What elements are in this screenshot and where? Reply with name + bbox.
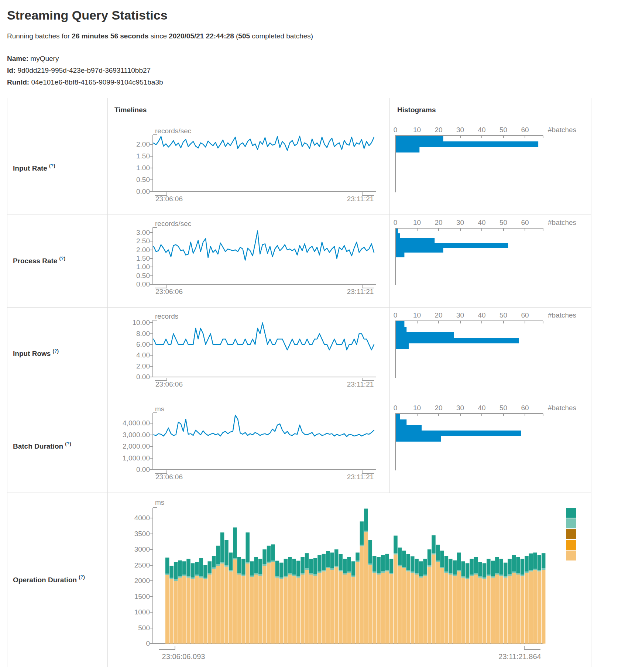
input-rate-timeline: records/sec2.001.501.000.500.0023:06:062… xyxy=(108,122,389,215)
svg-text:23:06:06: 23:06:06 xyxy=(155,380,183,388)
process-rate-histogram-chart: 0102030405060#batches xyxy=(390,215,591,307)
input-rows-timeline-chart: records10.008.006.004.002.000.0023:06:06… xyxy=(108,308,390,400)
svg-text:10: 10 xyxy=(413,404,421,412)
row-label: Input Rows xyxy=(13,350,51,358)
svg-text:23:11:21: 23:11:21 xyxy=(347,288,374,295)
help-tooltip-icon[interactable]: (?) xyxy=(52,348,59,354)
svg-text:#batches: #batches xyxy=(548,311,576,319)
svg-text:30: 30 xyxy=(456,126,464,134)
operation-duration-legend xyxy=(566,508,576,560)
svg-text:10.00: 10.00 xyxy=(132,319,150,326)
batch-duration-histogram: 0102030405060#batches xyxy=(390,400,590,493)
svg-text:2,000.00: 2,000.00 xyxy=(123,442,150,450)
svg-text:50: 50 xyxy=(499,404,507,412)
svg-text:23:06:06: 23:06:06 xyxy=(155,195,183,203)
help-tooltip-icon[interactable]: (?) xyxy=(65,441,71,446)
svg-text:50: 50 xyxy=(499,126,507,134)
process-rate-timeline: records/sec3.002.502.001.501.000.500.002… xyxy=(108,215,389,307)
svg-text:30: 30 xyxy=(456,219,464,226)
header-empty-cell xyxy=(7,98,108,122)
legend-swatch-3 xyxy=(566,529,576,539)
process-rate-timeline-chart: records/sec3.002.502.001.501.000.500.002… xyxy=(108,215,390,307)
histograms-column-header: Histograms xyxy=(390,98,591,122)
statistics-table: Timelines Histograms Input Rate (?) reco… xyxy=(7,98,591,667)
completed-batches-count: 505 xyxy=(238,32,250,40)
svg-text:0.00: 0.00 xyxy=(136,280,150,288)
query-id-value: 9d0dd219-995d-423e-b97d-36931110bb27 xyxy=(18,66,151,74)
table-row-input-rows: Input Rows (?) records10.008.006.004.002… xyxy=(7,307,591,400)
start-time: 2020/05/21 22:44:28 xyxy=(169,32,234,40)
svg-text:ms: ms xyxy=(155,498,164,506)
svg-text:20: 20 xyxy=(435,404,442,412)
query-runid-value: 04e101e6-8bf8-4165-9099-9104c951ba3b xyxy=(31,78,163,86)
input-rate-histogram-chart: 0102030405060#batches xyxy=(390,122,591,215)
svg-text:3000: 3000 xyxy=(134,545,150,553)
svg-text:6.00: 6.00 xyxy=(136,340,150,348)
row-label-cell: Operation Duration (?) xyxy=(7,493,108,667)
svg-text:10: 10 xyxy=(413,126,421,134)
table-row-process-rate: Process Rate (?) records/sec3.002.502.00… xyxy=(7,215,591,307)
help-tooltip-icon[interactable]: (?) xyxy=(59,256,65,261)
svg-text:0.00: 0.00 xyxy=(136,466,150,473)
input-rate-timeline-chart: records/sec2.001.501.000.500.0023:06:062… xyxy=(108,122,390,215)
row-label: Input Rate xyxy=(13,164,47,172)
input-rows-histogram-chart: 0102030405060#batches xyxy=(390,308,591,400)
svg-text:20: 20 xyxy=(435,219,442,226)
batch-duration-histogram-chart: 0102030405060#batches xyxy=(390,400,591,493)
help-tooltip-icon[interactable]: (?) xyxy=(49,163,55,168)
svg-text:40: 40 xyxy=(478,404,485,412)
svg-text:30: 30 xyxy=(456,311,464,319)
svg-text:1500: 1500 xyxy=(134,593,150,600)
input-rate-histogram: 0102030405060#batches xyxy=(390,122,590,215)
svg-text:#batches: #batches xyxy=(548,219,576,226)
svg-text:23:06:06: 23:06:06 xyxy=(155,288,183,295)
legend-swatch-4 xyxy=(566,540,576,550)
batch-duration-timeline: ms4,000.003,000.002,000.001,000.000.0023… xyxy=(108,400,389,493)
svg-text:0: 0 xyxy=(394,404,398,412)
svg-text:60: 60 xyxy=(521,126,529,134)
row-label: Operation Duration xyxy=(13,576,77,584)
svg-text:4000: 4000 xyxy=(134,514,150,522)
help-tooltip-icon[interactable]: (?) xyxy=(79,574,85,580)
svg-text:3.00: 3.00 xyxy=(136,229,150,236)
streaming-query-statistics-page: Streaming Query Statistics Running batch… xyxy=(0,0,625,667)
svg-text:23:11:21.864: 23:11:21.864 xyxy=(498,652,541,661)
svg-text:0.00: 0.00 xyxy=(136,188,150,195)
svg-text:3,000.00: 3,000.00 xyxy=(123,431,150,439)
svg-text:1000: 1000 xyxy=(134,608,150,616)
svg-text:10: 10 xyxy=(413,311,421,319)
query-name-value: myQuery xyxy=(30,55,59,62)
svg-text:records/sec: records/sec xyxy=(155,127,191,135)
svg-text:0.50: 0.50 xyxy=(136,176,150,184)
input-rows-histogram: 0102030405060#batches xyxy=(390,308,590,400)
svg-text:23:11:21: 23:11:21 xyxy=(347,195,374,203)
row-label: Batch Duration xyxy=(13,442,63,450)
svg-text:50: 50 xyxy=(499,311,507,319)
svg-text:23:06:06: 23:06:06 xyxy=(155,473,183,481)
table-row-operation-duration: Operation Duration (?) ms400035003000250… xyxy=(7,493,591,667)
process-rate-histogram: 0102030405060#batches xyxy=(390,215,590,307)
svg-text:4,000.00: 4,000.00 xyxy=(123,419,150,427)
svg-text:1.50: 1.50 xyxy=(136,152,150,160)
svg-text:500: 500 xyxy=(138,624,150,632)
row-label: Process Rate xyxy=(13,257,57,265)
svg-text:40: 40 xyxy=(478,311,485,319)
svg-text:records: records xyxy=(155,312,178,320)
row-label-cell: Input Rows (?) xyxy=(7,308,108,400)
svg-text:1,000.00: 1,000.00 xyxy=(123,454,150,462)
svg-text:0: 0 xyxy=(146,640,150,647)
svg-text:ms: ms xyxy=(155,405,164,413)
svg-text:30: 30 xyxy=(456,404,464,412)
svg-text:1.00: 1.00 xyxy=(136,164,150,172)
svg-text:40: 40 xyxy=(478,219,485,226)
svg-text:1.00: 1.00 xyxy=(136,263,150,271)
svg-text:0: 0 xyxy=(394,311,398,319)
legend-swatch-5 xyxy=(566,551,576,560)
query-runid-row: RunId: 04e101e6-8bf8-4165-9099-9104c951b… xyxy=(7,76,625,88)
operation-duration-stacked: ms4000350030002500200015001000500023:06:… xyxy=(108,493,590,667)
batch-duration-timeline-chart: ms4,000.003,000.002,000.001,000.000.0023… xyxy=(108,400,390,493)
query-id-row: Id: 9d0dd219-995d-423e-b97d-36931110bb27 xyxy=(7,65,625,76)
svg-text:8.00: 8.00 xyxy=(136,330,150,337)
query-name-label: Name: xyxy=(7,55,28,62)
svg-text:0: 0 xyxy=(394,219,398,226)
